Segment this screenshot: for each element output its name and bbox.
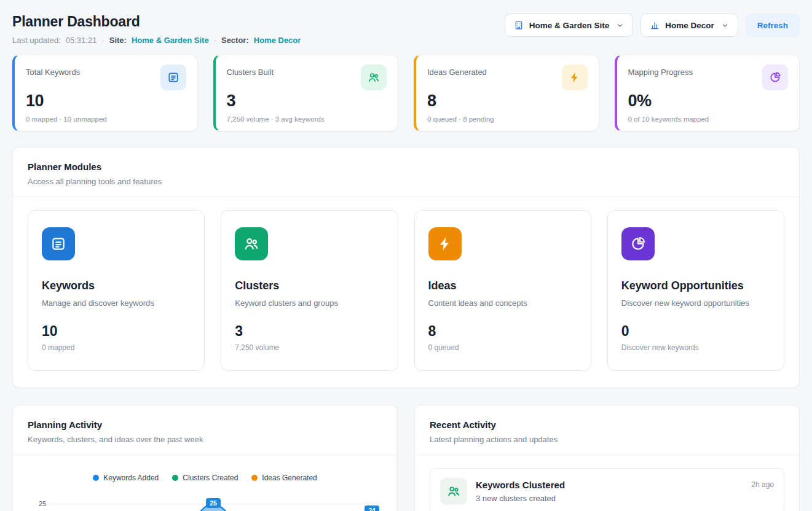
sector-select[interactable]: Home Decor bbox=[641, 14, 738, 37]
page-header: Planner Dashboard Last updated: 05:31:21… bbox=[12, 0, 800, 45]
sector-select-value: Home Decor bbox=[665, 21, 714, 30]
users-icon bbox=[440, 478, 467, 505]
module-card-clusters[interactable]: Clusters Keyword clusters and groups 3 7… bbox=[221, 210, 398, 371]
meta-separator: · bbox=[101, 36, 104, 45]
legend-label: Ideas Generated bbox=[262, 474, 317, 482]
stat-value: 3 bbox=[227, 92, 387, 111]
legend-dot-icon bbox=[172, 475, 178, 481]
activity-list: Keywords Clustered 3 new clusters create… bbox=[415, 455, 799, 511]
module-title: Ideas bbox=[428, 279, 577, 292]
planner-dashboard-page: Planner Dashboard Last updated: 05:31:21… bbox=[0, 0, 812, 511]
legend-item-ideas-generated: Ideas Generated bbox=[251, 474, 317, 482]
stat-value: 8 bbox=[427, 92, 588, 111]
activity-timestamp: 2h ago bbox=[751, 480, 774, 489]
pie-chart-icon bbox=[762, 64, 788, 90]
panel-header: Planning Activity Keywords, clusters, an… bbox=[13, 405, 397, 454]
meta-separator: · bbox=[214, 36, 216, 45]
legend-dot-icon bbox=[93, 475, 99, 481]
document-icon bbox=[160, 64, 186, 90]
legend-label: Keywords Added bbox=[103, 474, 159, 482]
site-select-value: Home & Garden Site bbox=[529, 21, 610, 30]
users-icon bbox=[235, 227, 268, 260]
module-card-ideas[interactable]: Ideas Content ideas and concepts 8 0 que… bbox=[414, 210, 591, 371]
sector-label: Sector: bbox=[221, 36, 249, 45]
module-title: Clusters bbox=[235, 279, 384, 292]
chart-legend: Keywords Added Clusters Created Ideas Ge… bbox=[28, 474, 382, 482]
module-value: 0 bbox=[621, 323, 770, 340]
last-updated-value: 05:31:21 bbox=[66, 36, 97, 45]
refresh-button[interactable]: Refresh bbox=[746, 14, 800, 37]
document-icon bbox=[42, 227, 75, 260]
module-subtext: 7,250 volume bbox=[235, 343, 384, 352]
module-subtext: Discover new keywords bbox=[621, 343, 770, 352]
panel-subtitle: Latest planning actions and updates bbox=[430, 435, 784, 444]
panel-subtitle: Access all planning tools and features bbox=[28, 177, 784, 186]
stat-subtext: 0 of 10 keywords mapped bbox=[628, 115, 789, 123]
legend-label: Clusters Created bbox=[183, 474, 238, 482]
chevron-down-icon bbox=[721, 21, 729, 29]
module-subtext: 0 mapped bbox=[42, 343, 191, 352]
stat-card-ideas-generated: Ideas Generated 8 0 queued · 8 pending bbox=[414, 55, 599, 131]
panel-title: Planning Activity bbox=[28, 419, 382, 430]
header-meta: Last updated: 05:31:21 · Site: Home & Ga… bbox=[12, 36, 301, 45]
stat-subtext: 0 mapped · 10 unmapped bbox=[26, 115, 186, 123]
panel-title: Planner Modules bbox=[28, 162, 784, 172]
site-label: Site: bbox=[109, 36, 127, 45]
module-description: Keyword clusters and groups bbox=[235, 298, 384, 308]
module-card-keywords[interactable]: Keywords Manage and discover keywords 10… bbox=[28, 210, 205, 371]
bolt-icon bbox=[562, 64, 588, 90]
activity-title: Keywords Clustered bbox=[476, 480, 743, 490]
page-title: Planner Dashboard bbox=[12, 14, 301, 30]
header-controls: Home & Garden Site Home Decor Refresh bbox=[505, 14, 800, 37]
legend-dot-icon bbox=[251, 475, 258, 481]
users-icon bbox=[361, 64, 387, 90]
panel-header: Planner Modules Access all planning tool… bbox=[13, 147, 799, 197]
recent-activity-panel: Recent Activity Latest planning actions … bbox=[414, 405, 800, 511]
y-axis-tick: 25 bbox=[39, 500, 46, 507]
pie-chart-icon bbox=[621, 227, 655, 260]
panel-header: Recent Activity Latest planning actions … bbox=[415, 405, 799, 454]
stat-label: Mapping Progress bbox=[628, 64, 693, 77]
stat-value: 0% bbox=[628, 92, 789, 111]
site-select[interactable]: Home & Garden Site bbox=[505, 14, 634, 37]
header-left: Planner Dashboard Last updated: 05:31:21… bbox=[12, 14, 301, 45]
stat-card-clusters-built: Clusters Built 3 7,250 volume · 3 avg ke… bbox=[213, 55, 399, 131]
module-value: 3 bbox=[235, 323, 384, 340]
activity-item-body: Keywords Clustered 3 new clusters create… bbox=[476, 478, 743, 503]
module-subtext: 0 queued bbox=[428, 343, 577, 352]
module-title: Keyword Opportunities bbox=[621, 279, 770, 292]
area-chart: 25 25 24 bbox=[28, 494, 382, 511]
stat-subtext: 7,250 volume · 3 avg keywords bbox=[227, 115, 387, 123]
activity-description: 3 new clusters created bbox=[476, 494, 743, 503]
data-point-label: 24 bbox=[365, 505, 379, 511]
activity-chart: Keywords Added Clusters Created Ideas Ge… bbox=[13, 455, 397, 511]
module-description: Content ideas and concepts bbox=[428, 298, 577, 308]
module-description: Manage and discover keywords bbox=[42, 298, 191, 308]
bolt-icon bbox=[428, 227, 462, 260]
stat-label: Total Keywords bbox=[26, 64, 80, 77]
legend-item-clusters-created: Clusters Created bbox=[172, 474, 238, 482]
stat-label: Ideas Generated bbox=[427, 64, 487, 77]
site-link[interactable]: Home & Garden Site bbox=[132, 36, 209, 45]
chevron-down-icon bbox=[616, 21, 624, 29]
module-card-keyword-opportunities[interactable]: Keyword Opportunities Discover new keywo… bbox=[607, 210, 784, 371]
panel-title: Recent Activity bbox=[430, 419, 784, 430]
planning-activity-panel: Planning Activity Keywords, clusters, an… bbox=[12, 405, 398, 511]
stat-card-mapping-progress: Mapping Progress 0% 0 of 10 keywords map… bbox=[615, 55, 800, 131]
stats-row: Total Keywords 10 0 mapped · 10 unmapped… bbox=[12, 55, 800, 131]
sector-link[interactable]: Home Decor bbox=[254, 36, 301, 45]
stat-subtext: 0 queued · 8 pending bbox=[427, 115, 588, 123]
last-updated-label: Last updated: bbox=[12, 36, 61, 45]
stat-value: 10 bbox=[26, 92, 186, 111]
bottom-row: Planning Activity Keywords, clusters, an… bbox=[12, 405, 800, 511]
modules-grid: Keywords Manage and discover keywords 10… bbox=[13, 197, 799, 388]
bar-chart-icon bbox=[650, 20, 660, 30]
module-description: Discover new keyword opportunities bbox=[621, 298, 770, 308]
legend-item-keywords-added: Keywords Added bbox=[93, 474, 159, 482]
building-icon bbox=[514, 20, 524, 30]
module-value: 10 bbox=[42, 323, 191, 340]
stat-label: Clusters Built bbox=[227, 64, 274, 77]
panel-subtitle: Keywords, clusters, and ideas over the p… bbox=[28, 435, 382, 444]
planner-modules-panel: Planner Modules Access all planning tool… bbox=[12, 147, 800, 388]
module-value: 8 bbox=[428, 323, 577, 340]
